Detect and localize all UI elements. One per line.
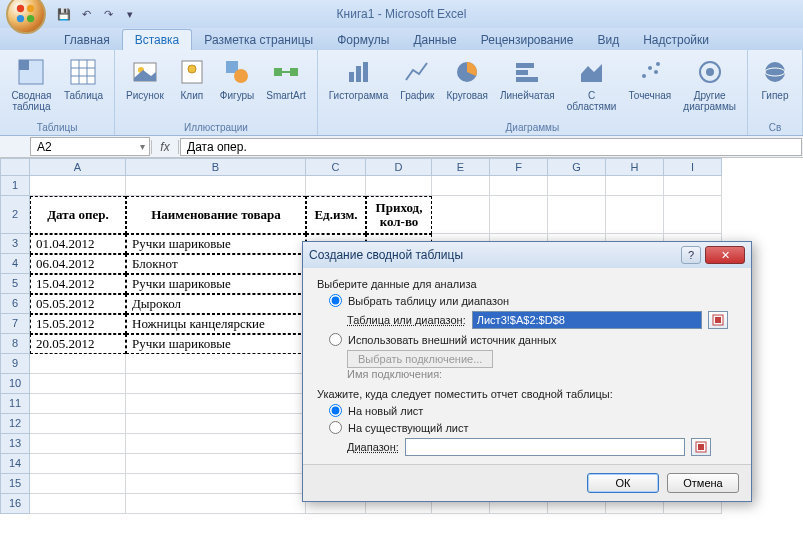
row-header[interactable]: 13 [0,434,30,454]
table-cell[interactable]: Ручки шариковые [126,234,306,254]
radio-existing-sheet[interactable]: На существующий лист [329,421,737,434]
scatter-chart-button[interactable]: Точечная [625,54,674,103]
row-header[interactable]: 14 [0,454,30,474]
tab-review[interactable]: Рецензирование [469,30,586,50]
pie-chart-button[interactable]: Круговая [443,54,490,103]
table-cell[interactable]: 06.04.2012 [30,254,126,274]
cell[interactable] [30,494,126,514]
col-header-D[interactable]: D [366,158,432,176]
table-header[interactable]: Приход, кол-во [366,196,432,234]
range-input[interactable] [472,311,702,329]
cell[interactable] [490,196,548,234]
qat-dropdown-icon[interactable]: ▾ [122,6,138,22]
cell[interactable] [606,196,664,234]
row-header[interactable]: 1 [0,176,30,196]
dest-range-input[interactable] [405,438,685,456]
cell[interactable] [548,196,606,234]
row-header[interactable]: 5 [0,274,30,294]
cell[interactable] [606,176,664,196]
cell[interactable] [306,176,366,196]
cell[interactable] [432,176,490,196]
other-charts-button[interactable]: Другие диаграммы [680,54,739,114]
table-button[interactable]: Таблица [61,54,106,103]
row-header[interactable]: 10 [0,374,30,394]
close-button[interactable]: ✕ [705,246,745,264]
col-header-C[interactable]: C [306,158,366,176]
table-header[interactable]: Наименование товара [126,196,306,234]
table-cell[interactable]: Блокнот [126,254,306,274]
row-header[interactable]: 7 [0,314,30,334]
line-chart-button[interactable]: График [397,54,437,103]
range-collapse-button[interactable] [708,311,728,329]
cell[interactable] [366,176,432,196]
table-cell[interactable]: 05.05.2012 [30,294,126,314]
col-header-A[interactable]: A [30,158,126,176]
table-cell[interactable]: Дырокол [126,294,306,314]
row-header[interactable]: 2 [0,196,30,234]
cell[interactable] [126,474,306,494]
radio-select-range[interactable]: Выбрать таблицу или диапазон [329,294,737,307]
table-cell[interactable]: Ножницы канцелярские [126,314,306,334]
cell[interactable] [30,394,126,414]
redo-icon[interactable]: ↷ [100,6,116,22]
help-button[interactable]: ? [681,246,701,264]
radio-external-source[interactable]: Использовать внешний источник данных [329,333,737,346]
clipart-button[interactable]: Клип [173,54,211,103]
tab-home[interactable]: Главная [52,30,122,50]
col-header-B[interactable]: B [126,158,306,176]
pivot-table-button[interactable]: Сводная таблица [8,54,55,114]
cell[interactable] [30,374,126,394]
col-header-F[interactable]: F [490,158,548,176]
row-header[interactable]: 9 [0,354,30,374]
table-cell[interactable]: 01.04.2012 [30,234,126,254]
table-header[interactable]: Дата опер. [30,196,126,234]
cell[interactable] [30,176,126,196]
area-chart-button[interactable]: С областями [564,54,620,114]
cell[interactable] [126,176,306,196]
table-header[interactable]: Ед.изм. [306,196,366,234]
save-icon[interactable]: 💾 [56,6,72,22]
col-header-I[interactable]: I [664,158,722,176]
row-header[interactable]: 6 [0,294,30,314]
cell[interactable] [126,454,306,474]
cell[interactable] [490,176,548,196]
cell[interactable] [126,394,306,414]
name-box[interactable]: A2 [30,137,150,156]
tab-formulas[interactable]: Формулы [325,30,401,50]
cell[interactable] [30,354,126,374]
cell[interactable] [664,176,722,196]
col-header-G[interactable]: G [548,158,606,176]
formula-bar[interactable]: Дата опер. [180,138,802,156]
tab-page-layout[interactable]: Разметка страницы [192,30,325,50]
undo-icon[interactable]: ↶ [78,6,94,22]
cell[interactable] [126,354,306,374]
tab-addins[interactable]: Надстройки [631,30,721,50]
table-cell[interactable]: 15.05.2012 [30,314,126,334]
cell[interactable] [30,434,126,454]
row-header[interactable]: 3 [0,234,30,254]
cell[interactable] [432,196,490,234]
hyperlink-button[interactable]: Гипер [756,54,794,103]
smartart-button[interactable]: SmartArt [263,54,308,103]
fx-icon[interactable]: fx [151,140,179,154]
cell[interactable] [126,434,306,454]
col-header-H[interactable]: H [606,158,664,176]
cell[interactable] [126,374,306,394]
select-all-corner[interactable] [0,158,30,176]
table-cell[interactable]: 15.04.2012 [30,274,126,294]
row-header[interactable]: 16 [0,494,30,514]
row-header[interactable]: 8 [0,334,30,354]
bar-chart-button[interactable]: Линейчатая [497,54,558,103]
picture-button[interactable]: Рисунок [123,54,167,103]
radio-new-sheet[interactable]: На новый лист [329,404,737,417]
table-cell[interactable]: Ручки шариковые [126,334,306,354]
row-header[interactable]: 11 [0,394,30,414]
cell[interactable] [30,454,126,474]
column-chart-button[interactable]: Гистограмма [326,54,392,103]
cancel-button[interactable]: Отмена [667,473,739,493]
col-header-E[interactable]: E [432,158,490,176]
tab-insert[interactable]: Вставка [122,29,193,50]
ok-button[interactable]: ОК [587,473,659,493]
row-header[interactable]: 15 [0,474,30,494]
cell[interactable] [126,414,306,434]
